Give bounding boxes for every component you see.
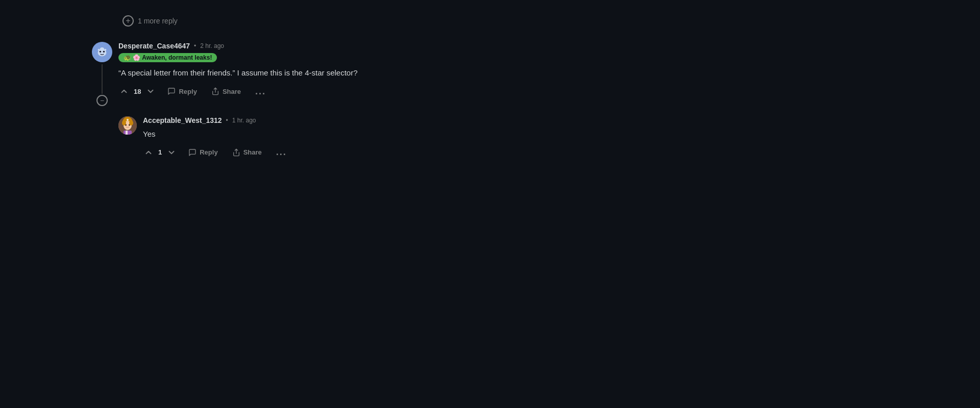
comment-flair: 🐢 🌸 Awaken, dormant leaks! <box>118 53 217 62</box>
thread-line <box>102 64 103 94</box>
main-comment: − Desperate_Case4647 • 2 hr. ago 🐢 🌸 Awa… <box>92 42 888 106</box>
avatar <box>92 42 112 62</box>
svg-point-2 <box>100 51 101 53</box>
reply-left-column <box>118 116 137 159</box>
reply-reply-icon <box>188 148 197 157</box>
reply-author: Acceptable_West_1312 <box>143 116 222 124</box>
upvote-button[interactable] <box>118 86 130 97</box>
svg-point-5 <box>104 49 106 51</box>
comment-text: “A special letter from their friends.” I… <box>118 67 888 79</box>
reply-share-icon <box>232 148 240 157</box>
reply-vote-group: 1 <box>143 147 177 158</box>
svg-point-18 <box>127 119 129 121</box>
more-replies-button[interactable]: + 1 more reply <box>122 15 888 27</box>
reply-actions: 1 Reply <box>143 146 888 159</box>
reply-text: Yes <box>143 129 888 140</box>
vote-group: 18 <box>118 86 156 97</box>
reply-comment: Acceptable_West_1312 • 1 hr. ago Yes <box>118 116 888 159</box>
reply-vote-count: 1 <box>158 148 162 156</box>
reply-avatar <box>118 116 137 135</box>
more-options-button[interactable]: ... <box>252 85 269 98</box>
comment-actions: 18 Reply <box>118 85 888 98</box>
reply-downvote-button[interactable] <box>166 147 177 158</box>
vote-count: 18 <box>134 88 141 95</box>
share-button[interactable]: Share <box>208 85 244 97</box>
reply-time: 1 hr. ago <box>232 117 256 124</box>
comment-left-column: − <box>92 42 112 106</box>
svg-point-15 <box>129 120 133 125</box>
plus-icon: + <box>122 15 134 27</box>
svg-rect-17 <box>126 131 128 135</box>
more-replies-text: 1 more reply <box>138 17 178 25</box>
downvote-button[interactable] <box>145 86 156 97</box>
reply-share-button[interactable]: Share <box>229 146 265 159</box>
comment-thread: − Desperate_Case4647 • 2 hr. ago 🐢 🌸 Awa… <box>92 42 888 159</box>
reply-button[interactable]: Reply <box>164 85 200 97</box>
reply-section: Acceptable_West_1312 • 1 hr. ago Yes <box>118 106 888 159</box>
svg-point-3 <box>103 51 105 53</box>
svg-point-14 <box>122 120 126 125</box>
comment-body: Desperate_Case4647 • 2 hr. ago 🐢 🌸 Awake… <box>118 42 888 106</box>
reply-icon <box>167 87 176 95</box>
comment-header: Desperate_Case4647 • 2 hr. ago <box>118 42 888 50</box>
reply-upvote-button[interactable] <box>143 147 154 158</box>
comment-author: Desperate_Case4647 <box>118 42 190 50</box>
share-icon <box>211 87 219 95</box>
svg-point-6 <box>98 49 100 51</box>
reply-header: Acceptable_West_1312 • 1 hr. ago <box>143 116 888 124</box>
reply-body: Acceptable_West_1312 • 1 hr. ago Yes <box>143 116 888 159</box>
svg-rect-7 <box>101 47 103 48</box>
reply-more-options-button[interactable]: ... <box>273 146 290 159</box>
collapse-thread-button[interactable]: − <box>96 95 108 106</box>
reply-reply-button[interactable]: Reply <box>185 146 220 159</box>
comment-time: 2 hr. ago <box>200 42 224 49</box>
